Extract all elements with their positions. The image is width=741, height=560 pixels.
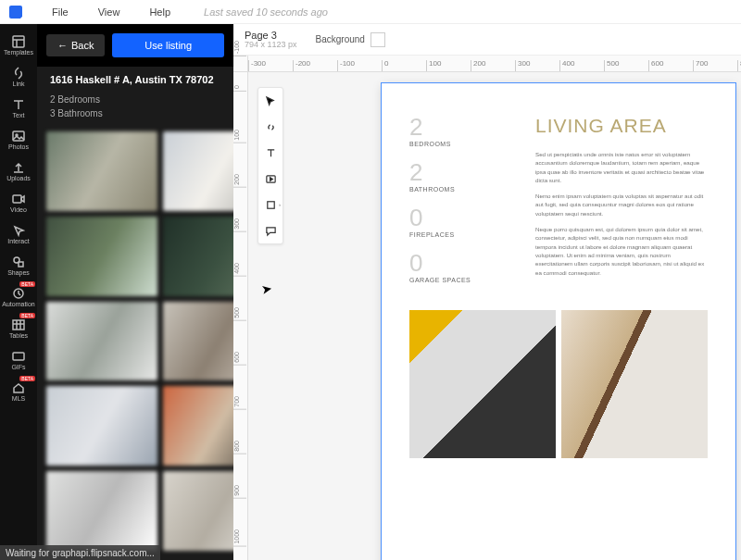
back-button[interactable]: ←Back <box>46 34 105 56</box>
tool-link[interactable] <box>258 114 283 140</box>
listing-thumb[interactable] <box>163 217 233 296</box>
left-tool-rail: Templates Link Text Photos Uploads Video… <box>0 24 37 560</box>
listing-thumb[interactable] <box>163 131 233 211</box>
section-heading: LIVING AREA <box>535 115 708 137</box>
tables-icon <box>12 318 25 331</box>
canvas-toolbar: › <box>257 87 283 244</box>
ruler-horizontal: -300-200-1000100200300400500600700800 <box>248 56 741 72</box>
body-text: Nemo enim ipsam voluptatem quia voluptas… <box>535 192 708 218</box>
listing-panel: ←Back Use listing 1616 Haskell # A, Aust… <box>37 24 233 560</box>
listing-thumb[interactable] <box>46 217 157 296</box>
square-icon <box>265 199 277 211</box>
tool-comment[interactable] <box>258 218 283 243</box>
page-photo[interactable] <box>561 310 708 458</box>
svg-rect-9 <box>13 320 24 330</box>
menu-help[interactable]: Help <box>149 6 170 18</box>
rail-link[interactable]: Link <box>0 61 37 93</box>
listing-bathrooms: 3 Bathrooms <box>50 108 220 118</box>
body-text: Neque porro quisquam est, qui dolorem ip… <box>535 225 708 277</box>
listing-thumb[interactable] <box>46 131 157 211</box>
listing-address: 1616 Haskell # A, Austin TX 78702 <box>50 74 220 85</box>
app-logo-icon <box>9 6 22 19</box>
body-text: Sed ut perspiciatis unde omnis iste natu… <box>535 150 708 184</box>
listing-thumb[interactable] <box>163 386 233 466</box>
rail-templates[interactable]: Templates <box>0 30 37 61</box>
fact-item: 2BATHROOMS <box>409 160 491 193</box>
document-page[interactable]: 2BEDROOMS2BATHROOMS0FIREPLACES0GARAGE SP… <box>382 83 735 560</box>
svg-rect-13 <box>13 353 24 360</box>
rail-uploads[interactable]: Uploads <box>0 156 37 187</box>
gifs-icon <box>12 350 25 363</box>
fact-item: 2BEDROOMS <box>409 115 491 147</box>
svg-rect-7 <box>19 262 23 267</box>
cursor-icon <box>265 95 277 107</box>
svg-rect-5 <box>13 195 21 203</box>
listing-thumb[interactable] <box>46 471 157 551</box>
rail-interact[interactable]: Interact <box>0 218 37 250</box>
ruler-vertical: -100010020030040050060070080090010001100 <box>233 72 248 560</box>
fact-number: 2 <box>409 160 491 184</box>
use-listing-button[interactable]: Use listing <box>112 33 224 57</box>
tool-media[interactable] <box>258 166 283 192</box>
rail-video[interactable]: Video <box>0 187 37 218</box>
interact-icon <box>12 224 25 237</box>
listing-bedrooms: 2 Bedrooms <box>50 94 220 105</box>
chevron-right-icon: › <box>279 202 281 207</box>
fact-item: 0FIREPLACES <box>409 205 491 238</box>
top-menu-bar: File View Help Last saved 10 seconds ago <box>0 0 741 24</box>
play-rect-icon <box>265 173 277 185</box>
page-photo[interactable] <box>409 310 556 458</box>
menu-view[interactable]: View <box>98 6 120 18</box>
listing-thumb[interactable] <box>46 386 157 466</box>
canvas-area[interactable]: Page 3 794 x 1123 px Background -300-200… <box>233 24 741 560</box>
video-icon <box>12 193 25 205</box>
rail-tables[interactable]: BETATables <box>0 313 37 344</box>
fact-number: 0 <box>409 205 491 230</box>
listing-thumb[interactable] <box>163 302 233 381</box>
comment-icon <box>265 225 277 237</box>
page-title: Page 3 <box>245 30 297 41</box>
shapes-icon <box>12 255 25 268</box>
fact-item: 0GARAGE SPACES <box>409 251 491 283</box>
rail-automation[interactable]: BETAAutomation <box>0 281 37 313</box>
svg-rect-15 <box>267 201 273 207</box>
svg-rect-0 <box>13 36 24 47</box>
automation-icon <box>12 287 25 300</box>
status-bar: Waiting for graphapi.flipsnack.com... <box>0 545 160 560</box>
ruler-origin <box>233 56 248 72</box>
save-status: Last saved 10 seconds ago <box>204 6 328 18</box>
menu-file[interactable]: File <box>52 6 69 18</box>
tool-select[interactable] <box>258 88 283 114</box>
rail-shapes[interactable]: Shapes <box>0 250 37 281</box>
tool-shape[interactable]: › <box>258 192 283 218</box>
mouse-cursor-icon: ➤ <box>260 280 274 297</box>
chevron-left-icon: ← <box>57 40 68 51</box>
rail-gifs[interactable]: GIFs <box>0 344 37 376</box>
fact-label: FIREPLACES <box>409 231 491 238</box>
tool-text[interactable] <box>258 140 283 166</box>
rail-text[interactable]: Text <box>0 93 37 124</box>
fact-label: GARAGE SPACES <box>409 277 491 283</box>
fact-number: 2 <box>409 115 491 139</box>
link-icon <box>12 67 25 80</box>
page-header-bar: Page 3 794 x 1123 px Background <box>233 24 741 56</box>
listing-thumbnails[interactable] <box>37 126 233 560</box>
photos-icon <box>12 130 25 143</box>
svg-rect-3 <box>13 131 24 141</box>
page-dimensions: 794 x 1123 px <box>245 41 297 50</box>
listing-thumb[interactable] <box>163 471 233 551</box>
listing-thumb[interactable] <box>46 302 157 381</box>
uploads-icon <box>12 161 25 174</box>
fact-label: BATHROOMS <box>409 186 491 193</box>
text-icon <box>12 98 25 111</box>
rail-photos[interactable]: Photos <box>0 124 37 156</box>
templates-icon <box>12 35 25 48</box>
background-label: Background <box>316 34 365 44</box>
text-icon <box>265 147 277 159</box>
link-icon <box>265 121 277 133</box>
rail-mls[interactable]: BETAMLS <box>0 376 37 407</box>
mls-icon <box>12 381 25 394</box>
background-color-swatch[interactable] <box>370 32 385 47</box>
fact-number: 0 <box>409 251 491 275</box>
fact-label: BEDROOMS <box>409 141 491 147</box>
